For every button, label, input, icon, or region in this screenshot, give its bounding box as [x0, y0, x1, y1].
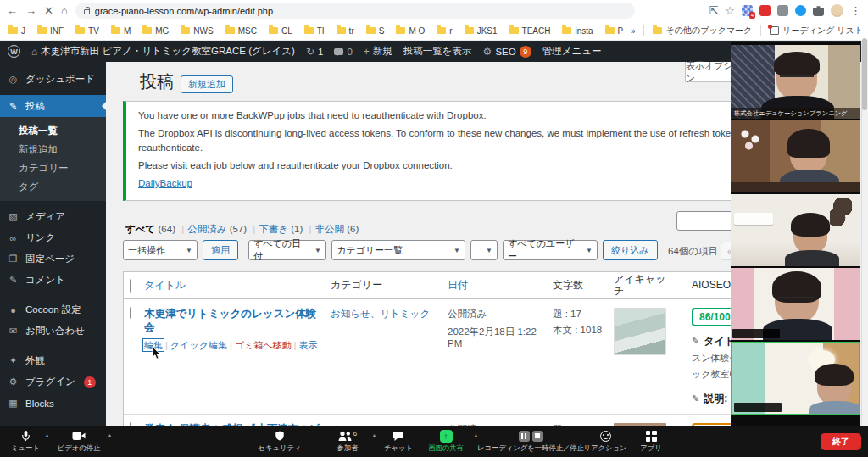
stop-video-button[interactable]: ビデオの停止: [54, 430, 103, 453]
bookmark-item[interactable]: CL: [269, 26, 292, 36]
site-name-menu[interactable]: ⌂木更津市新田 ピアノ・リトミック教室GRACE (グレイス): [31, 45, 295, 58]
view-all[interactable]: すべて (64): [125, 223, 187, 236]
edit-pencil-icon[interactable]: ✎: [692, 393, 699, 404]
forward-icon[interactable]: →: [25, 5, 36, 16]
bookmark-item[interactable]: INF: [37, 26, 64, 36]
browser-menu-icon[interactable]: ⋮: [850, 5, 861, 16]
home-icon[interactable]: ⌂: [61, 5, 68, 16]
edit-pencil-icon[interactable]: ✎: [692, 336, 699, 347]
pause-recording-icon[interactable]: [519, 431, 530, 442]
participant-video-1[interactable]: 株式会社エデュケーションプランニング: [731, 45, 860, 119]
share-screen-button[interactable]: ↑ 画面の共有: [422, 430, 470, 453]
sidebar-item-links[interactable]: ∞リンク: [0, 227, 106, 248]
format-filter-select[interactable]: ▼: [470, 240, 498, 260]
column-header-date[interactable]: 日付: [444, 278, 549, 293]
bookmark-item[interactable]: TV: [75, 26, 99, 36]
apply-button[interactable]: 適用: [203, 240, 238, 260]
bulk-actions-select[interactable]: 一括操作▼: [123, 240, 198, 260]
submenu-item-categories[interactable]: カテゴリー: [0, 159, 106, 177]
participants-options-chevron[interactable]: ▲: [371, 432, 377, 438]
extension-line-icon[interactable]: [777, 5, 788, 16]
column-header-title[interactable]: タイトル: [141, 278, 327, 293]
sidebar-item-appearance[interactable]: ✦外観: [0, 350, 106, 371]
submenu-item-tags[interactable]: タグ: [0, 177, 106, 196]
sidebar-item-comments[interactable]: ✎コメント: [0, 270, 106, 291]
bookmark-item[interactable]: M O: [396, 26, 425, 36]
bookmark-item[interactable]: NWS: [181, 26, 213, 36]
mute-button[interactable]: ミュート: [5, 430, 46, 453]
end-meeting-button[interactable]: 終了: [821, 433, 861, 450]
sidebar-item-media[interactable]: ▧メディア: [0, 206, 106, 227]
reading-list[interactable]: リーディング リスト: [770, 25, 863, 36]
bookmark-item[interactable]: J: [8, 26, 25, 36]
user-filter-select[interactable]: すべてのユーザー▼: [503, 240, 598, 260]
extension-grid-icon[interactable]: 4: [742, 5, 753, 16]
wordpress-logo-icon[interactable]: W: [8, 45, 20, 58]
view-posts-menu[interactable]: 投稿一覧を表示: [403, 45, 472, 58]
date-filter-select[interactable]: すべての日付▼: [248, 240, 326, 260]
sidebar-item-contact[interactable]: ✉お問い合わせ: [0, 320, 106, 342]
back-icon[interactable]: ←: [7, 5, 18, 16]
add-new-button[interactable]: 新規追加: [181, 75, 233, 93]
bookmark-star-icon[interactable]: ☆: [725, 5, 735, 16]
trash-action-link[interactable]: ゴミ箱へ移動: [235, 340, 292, 350]
stop-icon[interactable]: ✕: [44, 5, 53, 16]
participant-video-4[interactable]: [731, 268, 860, 340]
sidebar-item-plugins[interactable]: ⚙プラグイン1: [0, 371, 106, 393]
bookmark-item[interactable]: M: [111, 26, 131, 36]
view-published[interactable]: 公開済み (57): [187, 223, 259, 236]
other-bookmarks[interactable]: その他のブックマーク: [653, 25, 752, 36]
bookmark-item[interactable]: tr: [337, 26, 354, 36]
sidebar-item-posts[interactable]: ✎投稿: [0, 95, 106, 117]
stop-recording-icon[interactable]: [532, 431, 543, 442]
sidebar-item-blocks[interactable]: ▦Blocks: [0, 393, 106, 414]
bookmark-item[interactable]: insta: [562, 26, 593, 36]
video-options-chevron[interactable]: ▲: [107, 432, 113, 438]
category-filter-select[interactable]: カテゴリー一覧▼: [331, 240, 465, 260]
bookmark-item[interactable]: r: [437, 26, 452, 36]
participants-button[interactable]: 6 参加者: [326, 430, 370, 453]
bookmark-item[interactable]: S: [366, 26, 385, 36]
bookmarks-overflow-chevron[interactable]: »: [631, 26, 636, 36]
dailybackup-link[interactable]: DailyBackup: [138, 178, 192, 188]
bookmark-item[interactable]: P: [605, 26, 624, 36]
featured-image-thumbnail[interactable]: [614, 308, 666, 355]
quick-edit-action-link[interactable]: クイック編集: [170, 340, 227, 350]
bookmark-item[interactable]: TI: [304, 26, 325, 36]
apps-button[interactable]: アプリ: [634, 430, 668, 453]
sidebar-item-cocoon[interactable]: ●Cocoon 設定: [0, 299, 106, 320]
participant-video-5-active-speaker[interactable]: [731, 342, 860, 415]
submenu-item-add-new[interactable]: 新規追加: [0, 140, 106, 159]
seo-menu[interactable]: ⚙SEO9: [483, 46, 531, 58]
security-button[interactable]: セキュリティ: [256, 430, 303, 453]
extensions-puzzle-icon[interactable]: [813, 5, 824, 16]
chat-button[interactable]: チャット: [378, 430, 419, 453]
post-title-link[interactable]: 木更津でリトミックのレッスン体験会: [144, 308, 324, 334]
filter-button[interactable]: 絞り込み: [603, 240, 658, 260]
select-all-checkbox[interactable]: [130, 279, 131, 293]
category-links[interactable]: お知らせ、リトミック: [331, 309, 430, 319]
view-action-link[interactable]: 表示: [298, 340, 317, 350]
sidebar-item-pages[interactable]: ❐固定ページ: [0, 248, 106, 270]
sidebar-item-dashboard[interactable]: ◎ダッシュボード: [0, 69, 106, 90]
participant-video-2[interactable]: [731, 120, 860, 192]
view-private[interactable]: 非公開 (6): [315, 223, 359, 236]
share-page-icon[interactable]: ⇱: [709, 5, 718, 16]
new-post-menu[interactable]: +新規: [364, 45, 392, 58]
view-draft[interactable]: 下書き (1): [259, 223, 314, 236]
submenu-item-all-posts[interactable]: 投稿一覧: [0, 121, 106, 140]
comments-menu[interactable]: 0: [334, 47, 352, 57]
reactions-button[interactable]: リアクション: [583, 430, 627, 453]
bookmark-item[interactable]: TEACH: [509, 26, 551, 36]
admin-menu-item[interactable]: 管理メニュー: [542, 45, 602, 58]
profile-avatar[interactable]: [831, 4, 843, 17]
page-scrollbar-thumb[interactable]: [862, 38, 867, 110]
edit-action-link[interactable]: 編集: [144, 340, 163, 350]
address-bar[interactable]: grace-piano-lesson.com/wp-admin/edit.php: [75, 3, 635, 19]
extension-twitter-icon[interactable]: [795, 5, 806, 16]
row-checkbox[interactable]: [130, 307, 131, 319]
bookmark-item[interactable]: JKS1: [465, 26, 498, 36]
extension-red-icon[interactable]: [760, 5, 771, 16]
mute-options-chevron[interactable]: ▲: [44, 432, 50, 438]
participant-video-3[interactable]: [731, 194, 860, 266]
